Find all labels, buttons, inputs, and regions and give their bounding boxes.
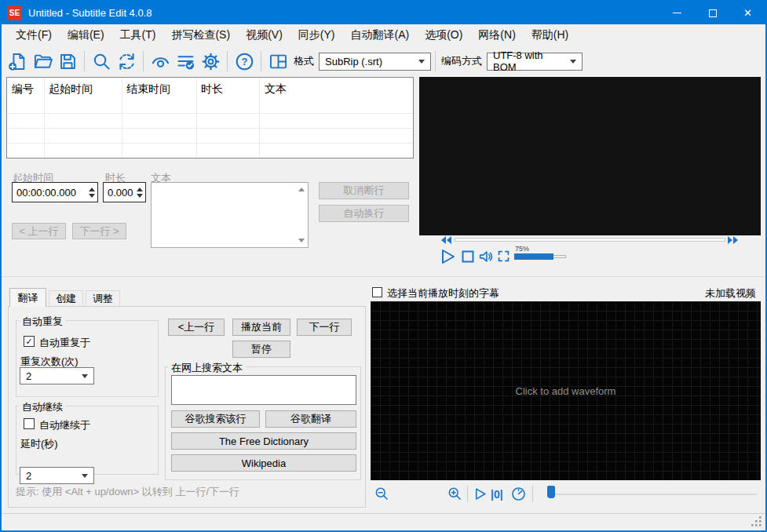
free-dictionary-button[interactable]: The Free Dictionary xyxy=(171,432,356,450)
menu-help[interactable]: 帮助(H) xyxy=(524,24,576,46)
editor-prev-line-button[interactable]: < 上一行 xyxy=(12,223,66,239)
close-icon: ✕ xyxy=(743,7,752,19)
next-line-button[interactable]: 下一行 xyxy=(297,319,352,336)
menu-sync[interactable]: 同步(Y) xyxy=(290,24,343,46)
svg-text:?: ? xyxy=(241,56,247,67)
column-divider xyxy=(196,78,197,158)
play-from-zero-button[interactable]: |0| xyxy=(491,488,503,501)
editor-next-line-button[interactable]: 下一行 > xyxy=(72,223,126,239)
settings-button[interactable] xyxy=(198,49,223,74)
repeat-count-combobox[interactable]: 2 xyxy=(20,367,94,384)
column-header-start-time[interactable]: 起始时间 xyxy=(49,82,93,97)
spinner-arrows[interactable] xyxy=(133,183,145,202)
format-combobox[interactable]: SubRip (.srt) xyxy=(319,53,431,71)
seek-slider[interactable] xyxy=(455,238,725,242)
auto-continue-checkbox-label[interactable]: 自动继续于 xyxy=(39,418,90,432)
tab-create[interactable]: 创建 xyxy=(49,290,83,307)
tab-translate[interactable]: 翻译 xyxy=(9,288,46,307)
column-header-end-time[interactable]: 结束时间 xyxy=(126,82,170,97)
menu-spellcheck[interactable]: 拼写检查(S) xyxy=(163,24,238,46)
stop-button[interactable] xyxy=(461,250,475,264)
google-search-button[interactable]: 谷歌搜索该行 xyxy=(171,410,260,428)
menu-network[interactable]: 网络(N) xyxy=(470,24,523,46)
waveform-area[interactable]: Click to add waveform xyxy=(371,301,761,480)
scrollbar-up-icon[interactable] xyxy=(298,188,305,191)
minimize-button[interactable] xyxy=(659,2,695,24)
google-translate-button[interactable]: 谷歌翻译 xyxy=(265,410,356,428)
auto-continue-checkbox[interactable] xyxy=(24,418,35,429)
help-button[interactable]: ? xyxy=(232,49,257,74)
seek-back-icon[interactable] xyxy=(441,236,451,244)
mute-button[interactable] xyxy=(477,248,495,265)
pause-button[interactable]: 暂停 xyxy=(232,341,290,358)
delay-combobox[interactable]: 2 xyxy=(20,467,94,484)
zoom-in-button[interactable] xyxy=(447,486,463,502)
menu-auto-translate[interactable]: 自动翻译(A) xyxy=(342,24,417,46)
column-header-text[interactable]: 文本 xyxy=(265,82,287,97)
zoom-out-button[interactable] xyxy=(374,486,390,502)
fix-common-errors-button[interactable] xyxy=(173,49,198,74)
encoding-combobox[interactable]: UTF-8 with BOM xyxy=(487,53,583,71)
auto-repeat-group-label: 自动重复 xyxy=(19,315,66,329)
splitter[interactable] xyxy=(2,276,767,277)
save-button[interactable] xyxy=(55,49,80,74)
duration-spinbox[interactable]: 0.000 xyxy=(103,182,146,202)
auto-repeat-checkbox[interactable]: ✓ xyxy=(24,336,35,347)
start-time-spinbox[interactable]: 00:00:00.000 xyxy=(12,182,98,202)
help-icon: ? xyxy=(234,51,255,72)
column-header-number[interactable]: 编号 xyxy=(12,82,34,97)
tab-adjust[interactable]: 调整 xyxy=(86,290,120,307)
find-button[interactable] xyxy=(89,49,114,74)
seek-forward-icon[interactable] xyxy=(728,236,738,244)
waveform-play-button[interactable] xyxy=(473,486,488,501)
toolbar: ? 格式 SubRip (.srt) 编码方式 UTF-8 with BOM xyxy=(2,46,765,76)
wikipedia-button[interactable]: Wikipedia xyxy=(171,454,356,472)
video-status-label: 未加载视频 xyxy=(705,286,756,301)
select-current-subtitle-label[interactable]: 选择当前播放时刻的字幕 xyxy=(387,286,499,301)
subtitle-list[interactable]: 编号 起始时间 结束时间 时长 文本 xyxy=(6,77,414,159)
fullscreen-button[interactable] xyxy=(496,249,511,264)
maximize-button[interactable] xyxy=(695,2,730,24)
prev-line-button[interactable]: <上一行 xyxy=(168,319,225,336)
reload-button[interactable] xyxy=(114,49,139,74)
format-label: 格式 xyxy=(294,54,314,68)
subtitle-text-area[interactable] xyxy=(151,182,309,248)
toolbar-separator xyxy=(84,51,85,71)
position-slider-thumb[interactable] xyxy=(547,486,555,498)
menu-video[interactable]: 视频(V) xyxy=(238,24,290,46)
row-divider xyxy=(7,143,413,144)
volume-slider[interactable] xyxy=(514,253,566,260)
play-button[interactable] xyxy=(438,247,457,266)
select-current-subtitle-checkbox[interactable] xyxy=(372,287,382,297)
status-bar xyxy=(2,514,767,532)
auto-break-button[interactable]: 自动换行 xyxy=(319,205,409,222)
web-search-group-label: 在网上搜索文本 xyxy=(168,361,246,375)
save-icon xyxy=(57,51,79,72)
unbreak-button[interactable]: 取消断行 xyxy=(319,182,409,199)
menu-options[interactable]: 选项(O) xyxy=(417,24,470,46)
play-current-button[interactable]: 播放当前 xyxy=(232,319,290,336)
resize-grip[interactable] xyxy=(751,516,762,527)
playback-speed-button[interactable] xyxy=(510,486,527,502)
visual-sync-button[interactable] xyxy=(148,49,173,74)
minimize-icon xyxy=(673,13,681,13)
column-header-duration[interactable]: 时长 xyxy=(201,82,223,97)
scrollbar-down-icon[interactable] xyxy=(298,239,305,242)
close-button[interactable]: ✕ xyxy=(730,2,765,24)
new-file-button[interactable] xyxy=(5,49,30,74)
position-slider-track[interactable] xyxy=(553,494,757,495)
menu-tools[interactable]: 工具(T) xyxy=(112,24,164,46)
auto-continue-group-label: 自动继续 xyxy=(19,400,66,414)
web-search-input[interactable] xyxy=(171,375,356,405)
choose-layout-button[interactable] xyxy=(265,49,290,74)
toolbar-separator xyxy=(261,51,261,71)
eye-icon xyxy=(150,51,171,72)
encoding-label: 编码方式 xyxy=(441,54,482,68)
toolbar-separator xyxy=(227,51,228,71)
spinner-arrows[interactable] xyxy=(86,183,97,202)
menu-edit[interactable]: 编辑(E) xyxy=(60,24,112,46)
window-title: Untitled - Subtitle Edit 4.0.8 xyxy=(28,7,659,19)
open-file-button[interactable] xyxy=(30,49,55,74)
auto-repeat-checkbox-label[interactable]: 自动重复于 xyxy=(39,336,90,350)
menu-file[interactable]: 文件(F) xyxy=(8,24,60,46)
